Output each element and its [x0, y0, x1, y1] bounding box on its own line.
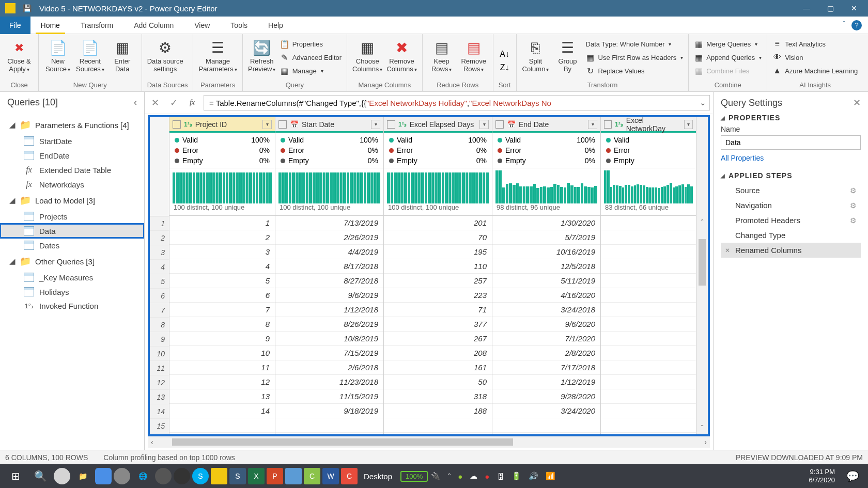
grid-cell[interactable]: 9/18/2019: [275, 404, 383, 418]
query-item[interactable]: _Key Measures: [0, 270, 144, 285]
grid-cell[interactable]: 208: [384, 346, 492, 360]
row-number[interactable]: 1: [150, 216, 169, 231]
grid-cell[interactable]: [601, 303, 696, 317]
grid-cell[interactable]: [169, 418, 275, 433]
close-settings-icon[interactable]: ✕: [853, 97, 861, 108]
applied-step[interactable]: ✕Renamed Columns: [721, 243, 861, 258]
excel-icon[interactable]: X: [248, 468, 265, 484]
row-number[interactable]: 12: [150, 375, 169, 390]
split-column-button[interactable]: ⎘SplitColumn▾: [522, 37, 550, 73]
column-header[interactable]: 1²₃Excel Elapsed Days▾: [384, 117, 492, 133]
grid-cell[interactable]: 2/26/2019: [275, 230, 383, 245]
help-icon[interactable]: ?: [851, 20, 862, 30]
grid-cell[interactable]: [601, 389, 696, 404]
row-number[interactable]: 3: [150, 245, 169, 260]
query-item[interactable]: fxExtended Date Table: [0, 163, 144, 177]
tab-help[interactable]: Help: [258, 17, 293, 34]
manage-button[interactable]: ▦Manage▾: [280, 64, 342, 77]
column-filter-icon[interactable]: ▾: [479, 120, 489, 129]
start-button[interactable]: ⊞: [3, 466, 28, 486]
grid-cell[interactable]: 9/6/2019: [275, 288, 383, 303]
grid-cell[interactable]: 5: [169, 274, 275, 288]
battery-indicator[interactable]: 100%: [400, 471, 428, 482]
grid-cell[interactable]: 201: [384, 216, 492, 230]
grid-cell[interactable]: 1/12/2019: [492, 375, 600, 389]
query-group[interactable]: ◢📁Other Queries [3]: [0, 253, 144, 270]
grid-cell[interactable]: 8/27/2018: [275, 274, 383, 288]
grid-cell[interactable]: [601, 360, 696, 375]
grid-cell[interactable]: 14: [169, 404, 275, 418]
row-number[interactable]: 14: [150, 404, 169, 419]
scroll-left-icon[interactable]: ‹: [148, 438, 157, 446]
taskbar-app[interactable]: C: [341, 468, 358, 484]
applied-step[interactable]: Navigation⚙: [721, 198, 861, 213]
grid-cell[interactable]: 1/30/2020: [492, 216, 600, 230]
grid-cell[interactable]: 7: [169, 303, 275, 317]
chrome-icon[interactable]: 🌐: [132, 466, 153, 486]
grid-cell[interactable]: [601, 230, 696, 245]
sort-desc-icon[interactable]: Z↓: [500, 63, 509, 72]
row-number[interactable]: 4: [150, 260, 169, 274]
grid-cell[interactable]: [601, 259, 696, 274]
powerbi-icon[interactable]: [211, 468, 227, 484]
grid-cell[interactable]: [275, 418, 383, 433]
grid-cell[interactable]: 12/5/2018: [492, 259, 600, 274]
collapse-queries-icon[interactable]: ‹: [134, 97, 137, 108]
collapse-ribbon-icon[interactable]: ˆ: [843, 20, 845, 30]
tray-icon[interactable]: ☁: [470, 471, 477, 481]
applied-steps-section[interactable]: APPLIED STEPS: [721, 171, 861, 180]
query-group[interactable]: ◢📁Load to Model [3]: [0, 192, 144, 209]
tab-transform[interactable]: Transform: [70, 17, 123, 34]
minimize-button[interactable]: —: [795, 0, 818, 17]
column-filter-icon[interactable]: ▾: [588, 120, 597, 129]
query-item[interactable]: Projects: [0, 209, 144, 224]
grid-cell[interactable]: 318: [384, 389, 492, 404]
delete-step-icon[interactable]: ✕: [725, 247, 730, 254]
formula-dropdown-icon[interactable]: ⌄: [700, 98, 706, 107]
powerpoint-icon[interactable]: P: [267, 468, 283, 484]
grid-cell[interactable]: 7/15/2019: [275, 346, 383, 360]
grid-cell[interactable]: 110: [384, 259, 492, 274]
close-apply-button[interactable]: ✖ Close &Apply▾: [5, 37, 33, 73]
tray-chevron-icon[interactable]: ˆ: [448, 472, 451, 481]
new-source-button[interactable]: 📄NewSource▾: [44, 37, 72, 73]
grid-cell[interactable]: [601, 332, 696, 346]
gear-icon[interactable]: ⚙: [850, 186, 857, 195]
row-number[interactable]: 10: [150, 347, 169, 361]
sort-asc-icon[interactable]: A↓: [500, 50, 509, 59]
grid-cell[interactable]: 9/28/2020: [492, 389, 600, 404]
tab-tools[interactable]: Tools: [220, 17, 258, 34]
grid-cell[interactable]: 7/17/2018: [492, 360, 600, 375]
grid-cell[interactable]: 6: [169, 288, 275, 303]
grid-cell[interactable]: 223: [384, 288, 492, 303]
grid-cell[interactable]: 7/1/2020: [492, 332, 600, 346]
accept-formula-icon[interactable]: ✓: [166, 96, 181, 110]
grid-cell[interactable]: [601, 274, 696, 288]
column-header[interactable]: 1²₃Project ID▾: [169, 117, 275, 133]
tray-icon[interactable]: 🔊: [529, 471, 538, 481]
taskbar-app[interactable]: [285, 468, 302, 484]
grid-cell[interactable]: 50: [384, 375, 492, 389]
column-header[interactable]: 1²₃Excel NetworkDay▾: [601, 117, 696, 133]
tab-home[interactable]: Home: [30, 17, 70, 34]
scroll-right-icon[interactable]: ›: [701, 438, 710, 446]
grid-cell[interactable]: [601, 288, 696, 303]
refresh-preview-button[interactable]: 🔄RefreshPreview▾: [248, 37, 276, 73]
search-icon[interactable]: 🔍: [28, 466, 53, 486]
taskbar-app[interactable]: [155, 468, 172, 484]
recent-sources-button[interactable]: 📄RecentSources▾: [76, 37, 104, 73]
query-item[interactable]: EndDate: [0, 148, 144, 163]
query-item[interactable]: fxNetworkdays: [0, 177, 144, 192]
query-name-input[interactable]: [721, 135, 861, 150]
column-filter-icon[interactable]: ▾: [371, 120, 380, 129]
grid-cell[interactable]: 5/11/2019: [492, 274, 600, 288]
query-item[interactable]: Data: [0, 224, 144, 238]
grid-cell[interactable]: 161: [384, 360, 492, 375]
grid-cell[interactable]: 2/8/2020: [492, 346, 600, 360]
close-window-button[interactable]: ✕: [842, 0, 866, 17]
grid-cell[interactable]: [601, 317, 696, 332]
taskbar-app[interactable]: [114, 468, 130, 484]
query-item[interactable]: Holidays: [0, 285, 144, 299]
append-queries-button[interactable]: ▦Append Queries▾: [694, 51, 762, 64]
grid-cell[interactable]: 257: [384, 274, 492, 288]
